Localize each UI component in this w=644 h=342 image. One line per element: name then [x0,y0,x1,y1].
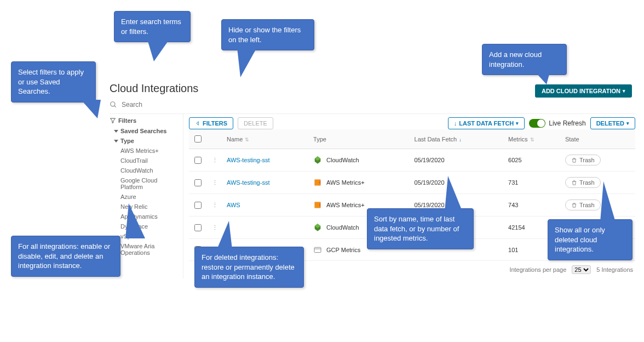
metrics-value: 743 [508,202,518,208]
callout-search: Enter search terms or filters. [114,11,191,42]
chevron-down-icon: ▾ [516,121,519,126]
filters-button-label: FILTERS [203,120,227,127]
type-icon [313,178,322,187]
filter-type-item[interactable]: Google Cloud Platform [110,175,179,192]
filters-panel: Filters Saved Searches Type AWS Metrics+… [110,114,183,278]
trash-button[interactable]: Trash [565,200,601,210]
live-refresh-toggle[interactable]: Live Refresh [529,119,585,128]
callout-deleted: Show all or only deleted cloud integrati… [548,219,633,260]
filter-type-item[interactable]: CloudTrail [110,156,179,166]
delete-button-label: DELETE [244,120,267,127]
select-all-checkbox[interactable] [194,135,202,142]
type-label: AWS Metrics+ [326,179,365,186]
col-type: Type [313,136,326,142]
type-label: AWS Metrics+ [326,202,365,208]
svg-point-0 [111,102,115,106]
callout-hide: Hide or show the filters on the left. [221,19,314,50]
search-icon [110,101,117,109]
sort-icon: ⇅ [243,137,249,142]
integration-name-link[interactable]: AWS-testing-sst [227,179,269,186]
type-heading: Type [120,138,134,144]
row-menu-button[interactable]: ⋮ [210,179,220,186]
trash-button[interactable]: Trash [565,177,601,188]
filters-button[interactable]: FILTERS [189,117,233,129]
filter-type-item[interactable]: CloudWatch [110,166,179,175]
footer-count: 5 Integrations [596,266,633,273]
metrics-value: 6025 [508,157,521,163]
chevron-down-icon [114,140,118,142]
svg-rect-2 [314,247,321,252]
saved-searches-label: Saved Searches [120,128,166,134]
type-icon [313,223,322,232]
integration-name-link[interactable]: AWS [227,202,240,208]
trash-label: Trash [579,202,595,208]
row-menu-button[interactable]: ⋮ [210,202,220,208]
filter-icon [110,117,116,124]
saved-searches-toggle[interactable]: Saved Searches [110,126,179,136]
callout-filters: Select filters to apply or use Saved Sea… [11,61,96,102]
metrics-value: 42154 [508,224,525,231]
metrics-value: 731 [508,179,518,186]
filters-heading: Filters [118,117,136,124]
sort-desc-icon: ↓ [457,137,462,142]
filter-type-item[interactable]: Azure [110,192,179,202]
type-label: CloudWatch [326,157,359,163]
last-data-fetch-label: LAST DATA FETCH [459,120,514,127]
last-fetch-value: 05/19/2020 [415,202,445,208]
chevron-down-icon [114,130,118,133]
callout-all: For all integrations: enable or disable,… [11,236,120,277]
sort-icon: ⇅ [528,137,534,142]
col-last-fetch[interactable]: Last Data Fetch [415,136,457,142]
table-row: ⋮AWS-testing-sstCloudWatch05/19/20206025… [189,149,635,172]
live-refresh-label: Live Refresh [549,119,585,127]
last-data-fetch-button[interactable]: ↓ LAST DATA FETCH ▾ [448,117,525,129]
type-toggle[interactable]: Type [110,136,179,146]
svg-line-1 [114,106,116,107]
type-icon [313,156,322,164]
search-input[interactable] [120,100,635,109]
toggle-thumb [537,119,545,127]
filter-type-item[interactable]: AWS Metrics+ [110,146,179,156]
toggle-track [529,119,545,128]
trash-button[interactable]: Trash [565,155,601,166]
type-label: GCP Metrics [326,247,360,253]
deleted-button-label: DELETED [596,120,624,127]
deleted-button[interactable]: DELETED ▾ [590,117,635,129]
type-icon [313,246,322,254]
chevron-down-icon: ▾ [626,121,629,126]
per-page-select[interactable]: 25 [572,265,591,274]
row-checkbox[interactable] [194,202,202,209]
type-label: CloudWatch [326,224,359,231]
row-checkbox[interactable] [194,224,202,231]
type-icon [313,201,322,209]
last-fetch-value: 05/19/2020 [415,157,445,163]
trash-label: Trash [579,179,595,186]
collapse-icon [195,121,200,126]
last-fetch-value: 05/19/2020 [415,179,445,186]
col-state: State [565,136,579,142]
trash-label: Trash [579,157,595,163]
col-metrics[interactable]: Metrics [508,136,527,142]
row-checkbox[interactable] [194,179,202,186]
callout-sort: Sort by name, time of last data fetch, o… [367,208,474,249]
per-page-label: Integrations per page [509,266,566,273]
row-checkbox[interactable] [194,157,202,164]
callout-del: For deleted integrations: restore or per… [194,247,304,288]
row-menu-button[interactable]: ⋮ [210,157,220,163]
col-name[interactable]: Name [227,136,243,142]
sort-desc-icon: ↓ [454,120,457,127]
table-row: ⋮AWS-testing-sstAWS Metrics+05/19/202073… [189,172,635,194]
integration-name-link[interactable]: AWS-testing-sst [227,157,269,163]
callout-add: Add a new cloud integration. [482,44,567,75]
page-title: Cloud Integrations [110,82,635,95]
metrics-value: 101 [508,247,518,253]
delete-button[interactable]: DELETE [238,117,273,129]
